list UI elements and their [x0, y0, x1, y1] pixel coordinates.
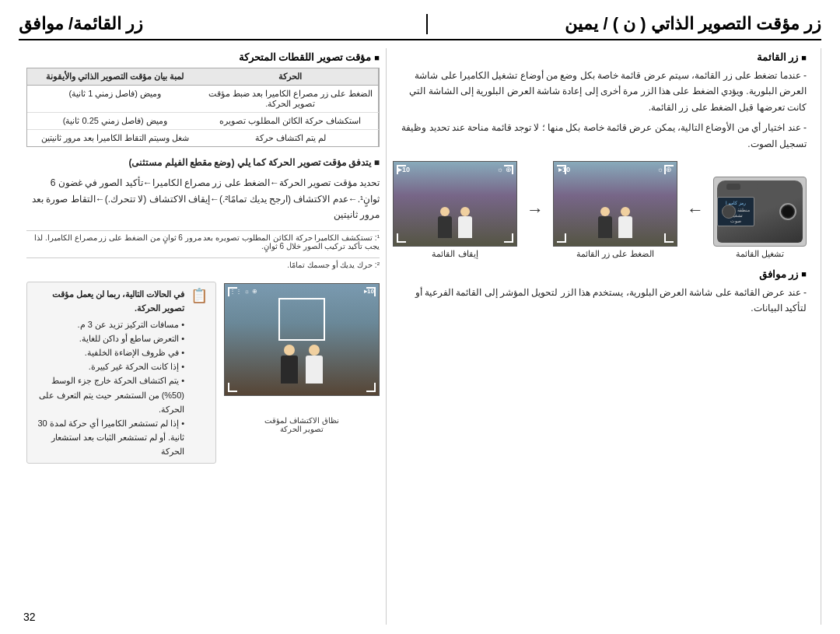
- screen-press-wrapper: 10▸ ⊕ ☼ الضغط على زر القائمة: [553, 161, 677, 259]
- camera-body-image: رمز كاميرا منطقة الذاكرة تشغيل صوت: [713, 177, 807, 247]
- caption-stop: إيقاف القائمة: [432, 249, 478, 259]
- figure2-body: [598, 216, 612, 238]
- screen2-icon1: ⊕: [252, 288, 257, 295]
- bold-para: ■ يتدفق مؤقت تصوير الحركة كما يلي (وضع م…: [26, 155, 380, 170]
- motion-table: الحركة لمبة بيان مؤقت التصوير الذاتي وال…: [26, 68, 380, 147]
- screen-stop-wrapper: 10▸ ⊕ ☼ إيقاف القائمة: [393, 161, 517, 259]
- corner-br: [557, 233, 566, 243]
- header: زر مؤقت التصوير الذاتي ( ن ) / يمين زر ا…: [19, 14, 821, 40]
- left-title: زر القائمة/ موافق: [19, 14, 428, 34]
- note-title: في الحالات التالية، ربما لن يعمل مؤقت تص…: [35, 287, 184, 315]
- screen2-corner-br: [366, 383, 376, 392]
- figure1: [618, 207, 632, 238]
- row1-col2: وميض (فاصل زمني 1 ثانية): [27, 86, 203, 112]
- figure2-head: [600, 207, 610, 216]
- corner-tr: [557, 165, 566, 174]
- wedding-figures: [598, 207, 632, 238]
- section1-bullet1: - عندما تضغط على زر القائمة، سيتم عرض قا…: [393, 68, 807, 115]
- table-header-col1: الحركة: [203, 68, 380, 85]
- corner-hud-br: [504, 233, 513, 243]
- screen2-corner-tl: [228, 287, 237, 296]
- note-item3: • في ظروف الإضاءة الخلفية.: [35, 345, 184, 359]
- column-divider: [386, 48, 387, 625]
- section2-bullet1: - عند عرض القائمة على شاشة العرض البلوري…: [393, 285, 807, 317]
- screen-press-image: 10▸ ⊕ ☼: [553, 161, 677, 247]
- figure2: [598, 207, 612, 238]
- corner-bl: [664, 233, 674, 243]
- figure1-head: [621, 207, 630, 216]
- corner-tl: [664, 165, 674, 174]
- hud2-icon2: ☼: [497, 166, 503, 173]
- arrow-left: ←: [687, 200, 704, 220]
- note-item4: • إذا كانت الحركة غير كبيرة.: [35, 359, 184, 373]
- note-item5: • يتم اكتشاف الحركة خارج جزء الوسط (50%)…: [35, 373, 184, 415]
- row3-col1: لم يتم اكتشاف حركة: [203, 130, 380, 146]
- table-header-row: الحركة لمبة بيان مؤقت التصوير الذاتي وال…: [27, 68, 379, 86]
- section1-bullet2: - عند اختيار أي من الأوضاع التالية، يمكن…: [393, 120, 807, 152]
- page-number: 32: [23, 611, 36, 623]
- row2-col2: وميض (فاصل زمني 0.25 ثانية): [27, 113, 203, 129]
- table-row-2: استكشاف حركة الكائن المطلوب تصويره وميض …: [27, 113, 379, 130]
- screen-stop-image: 10▸ ⊕ ☼: [393, 161, 517, 247]
- section2-title: زر موافق: [393, 268, 807, 280]
- note-content: في الحالات التالية، ربما لن يعمل مؤقت تص…: [35, 287, 184, 459]
- hud-icon2: ☼: [657, 166, 663, 173]
- camera-images-row: رمز كاميرا منطقة الذاكرة تشغيل صوت: [393, 161, 807, 259]
- screen2-icon2: ☼: [244, 288, 250, 295]
- table-row-1: الضغط على زر مصراع الكاميرا بعد ضبط مؤقت…: [27, 86, 379, 113]
- page: زر مؤقت التصوير الذاتي ( ن ) / يمين زر ا…: [0, 0, 840, 634]
- corner-hud-tl: [397, 165, 406, 174]
- footnote2: ²: حرك يديك أو جسمك تمامًا.: [26, 257, 380, 269]
- section1-title: زر القائمة: [393, 51, 807, 63]
- columns: زر القائمة - عندما تضغط على زر القائمة، …: [19, 48, 821, 625]
- figure1-body: [618, 216, 632, 238]
- note-item2: • التعرض ساطع أو داكن للغاية.: [35, 331, 184, 345]
- camera-body-wrapper: رمز كاميرا منطقة الذاكرة تشغيل صوت: [713, 177, 807, 259]
- note-box: 📋 في الحالات التالية، ربما لن يعمل مؤقت …: [26, 282, 216, 464]
- caption-press: الضغط على زر القائمة: [576, 249, 654, 259]
- screen2-corner-bl: [228, 383, 237, 392]
- footnote1: ¹: تستكشف الكاميرا حركة الكائن المطلوب ت…: [26, 230, 380, 250]
- motion-screen: 10▸ ⊕ ☼ ⋮⋮ ↓: [224, 283, 380, 396]
- corner-hud-tr: [504, 165, 513, 174]
- note-icon: 📋: [191, 287, 208, 304]
- table-row-3: لم يتم اكتشاف حركة شغل وسيتم التقاط الكا…: [27, 130, 379, 146]
- left-col: مؤقت تصوير اللقطات المتحركة الحركة لمبة …: [19, 48, 383, 625]
- row3-col2: شغل وسيتم التقاط الكاميرا بعد مرور ثانيت…: [27, 130, 203, 146]
- row1-col1: الضغط على زر مصراع الكاميرا بعد ضبط مؤقت…: [203, 86, 380, 112]
- screen2-arrow: ↓: [299, 393, 306, 396]
- table-header-col2: لمبة بيان مؤقت التصوير الذاتي والأيقونة: [27, 68, 203, 85]
- note-item1: • مسافات التركيز تزيد عن 3 م.: [35, 317, 184, 331]
- motion-section-title: مؤقت تصوير اللقطات المتحركة: [26, 51, 380, 63]
- arrow-right: →: [527, 200, 544, 220]
- detail-text: تحديد مؤقت تصوير الحركة←الضغط على زر مصر…: [26, 175, 380, 222]
- corner-hud-bl: [397, 233, 406, 243]
- screen2-corner-tr: [366, 287, 376, 296]
- row2-col1: استكشاف حركة الكائن المطلوب تصويره: [203, 113, 380, 129]
- right-col: زر القائمة - عندما تضغط على زر القائمة، …: [390, 48, 821, 625]
- note-item6: • إذا لم تستشعر الكاميرا أي حركة لمدة 30…: [35, 416, 184, 458]
- caption-start: تشغيل القائمة: [736, 249, 784, 259]
- motion-screen-wrapper: 10▸ ⊕ ☼ ⋮⋮ ↓: [224, 278, 380, 433]
- wedding-bg: 10▸ ⊕ ☼: [554, 162, 677, 246]
- right-title: زر مؤقت التصوير الذاتي ( ن ) / يمين: [428, 14, 821, 34]
- screen2-label: نظاق الاكتشاف لمؤقت تصوير الحركة: [255, 416, 348, 433]
